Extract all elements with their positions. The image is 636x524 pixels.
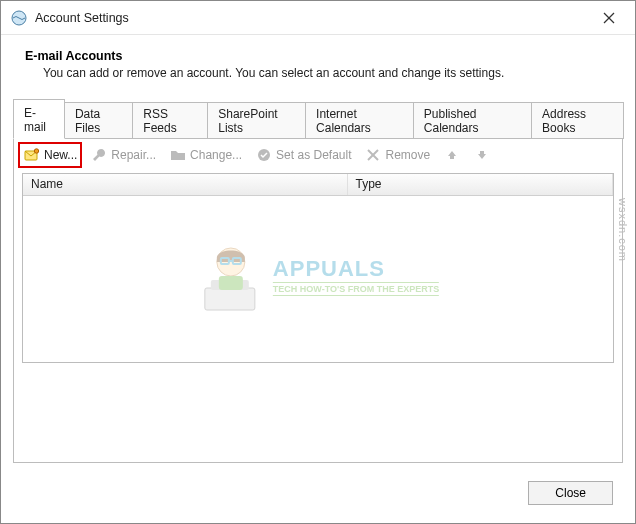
svg-rect-14 <box>219 276 243 290</box>
new-label: New... <box>44 148 77 162</box>
tab-sharepoint-lists[interactable]: SharePoint Lists <box>207 102 306 139</box>
svg-point-4 <box>34 149 38 153</box>
header-block: E-mail Accounts You can add or remove an… <box>1 35 635 92</box>
svg-rect-8 <box>205 288 255 310</box>
page-description: You can add or remove an account. You ca… <box>43 66 611 80</box>
watermark-text: APPUALS TECH HOW-TO'S FROM THE EXPERTS <box>273 256 439 296</box>
svg-rect-9 <box>211 280 249 290</box>
wrench-icon <box>91 147 107 163</box>
mail-new-icon <box>24 147 40 163</box>
set-default-button: Set as Default <box>252 145 355 165</box>
watermark-mascot-icon <box>197 236 267 316</box>
watermark-brand: APPUALS <box>273 256 439 282</box>
arrow-up-icon <box>444 147 460 163</box>
move-up-button <box>440 145 464 165</box>
tab-email[interactable]: E-mail <box>13 99 65 139</box>
arrow-down-icon <box>474 147 490 163</box>
window-title: Account Settings <box>35 11 589 25</box>
tab-internet-calendars[interactable]: Internet Calendars <box>305 102 414 139</box>
tab-panel-email: New... Repair... Change... Set as Defaul… <box>13 138 623 463</box>
tabs-row: E-mail Data Files RSS Feeds SharePoint L… <box>13 98 623 138</box>
close-icon <box>603 12 615 24</box>
remove-button: Remove <box>361 145 434 165</box>
svg-point-10 <box>217 248 245 276</box>
folder-change-icon <box>170 147 186 163</box>
move-down-button <box>470 145 494 165</box>
column-name[interactable]: Name <box>23 174 348 195</box>
repair-button: Repair... <box>87 145 160 165</box>
remove-x-icon <box>365 147 381 163</box>
svg-rect-12 <box>233 258 241 264</box>
list-header: Name Type <box>23 174 613 196</box>
close-dialog-button[interactable]: Close <box>528 481 613 505</box>
page-title: E-mail Accounts <box>25 49 611 63</box>
repair-label: Repair... <box>111 148 156 162</box>
account-settings-window: Account Settings E-mail Accounts You can… <box>0 0 636 524</box>
new-button[interactable]: New... <box>20 145 81 165</box>
tab-rss-feeds[interactable]: RSS Feeds <box>132 102 208 139</box>
watermark-tagline: TECH HOW-TO'S FROM THE EXPERTS <box>273 282 439 296</box>
check-circle-icon <box>256 147 272 163</box>
change-label: Change... <box>190 148 242 162</box>
tab-address-books[interactable]: Address Books <box>531 102 624 139</box>
close-button[interactable] <box>589 4 629 32</box>
column-type[interactable]: Type <box>348 174 614 195</box>
tab-published-calendars[interactable]: Published Calendars <box>413 102 532 139</box>
remove-label: Remove <box>385 148 430 162</box>
titlebar: Account Settings <box>1 1 635 35</box>
tab-data-files[interactable]: Data Files <box>64 102 133 139</box>
toolbar: New... Repair... Change... Set as Defaul… <box>14 139 622 169</box>
watermark: APPUALS TECH HOW-TO'S FROM THE EXPERTS <box>197 236 439 316</box>
app-icon <box>11 10 27 26</box>
svg-rect-11 <box>221 258 229 264</box>
footer: Close <box>1 463 635 523</box>
set-default-label: Set as Default <box>276 148 351 162</box>
accounts-list[interactable]: Name Type <box>22 173 614 363</box>
change-button: Change... <box>166 145 246 165</box>
